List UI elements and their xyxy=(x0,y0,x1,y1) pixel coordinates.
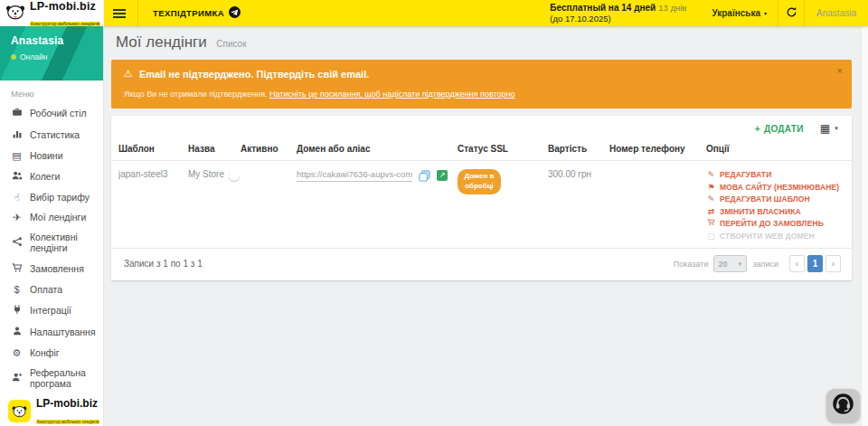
table-header-row: Шаблон Назва Активно Домен або аліас Ста… xyxy=(111,139,852,161)
option-change-owner[interactable]: ⇄ ЗМІНИТИ ВЛАСНИКА xyxy=(706,206,844,219)
column-header: Шаблон xyxy=(118,139,188,160)
person-plus-icon xyxy=(11,372,23,384)
sidebar-footer-logo[interactable]: LP-mobi.biz Конструктор мобільних лендін… xyxy=(0,395,103,426)
prev-page-button[interactable]: ‹ xyxy=(789,255,805,272)
support-link[interactable]: ТЕХПІДТРИМКА xyxy=(138,6,255,20)
option-edit-template[interactable]: ✎ РЕДАГУВАТИ ШАБЛОН xyxy=(706,194,844,206)
close-icon[interactable]: × xyxy=(837,66,843,76)
online-status-label: Онлайн xyxy=(20,52,47,62)
file-icon: ▢ xyxy=(706,231,716,243)
trial-title: Бесплатный на 14 дней xyxy=(550,3,656,13)
option-create-web-domain: ▢ СТВОРИТИ WEB ДОМЕН xyxy=(706,231,844,243)
landings-table-card: + ДОДАТИ ▦ ▼ Шаблон Назва Активно Домен … xyxy=(111,116,852,280)
sidebar-item-referral[interactable]: Реферальна програма xyxy=(0,363,103,393)
plus-icon: + xyxy=(755,124,760,134)
sidebar-item-colleagues[interactable]: Колеги xyxy=(0,166,103,187)
sidebar-item-desktop[interactable]: Робочий стіл xyxy=(0,102,103,124)
sidebar-item-settings[interactable]: Налаштування xyxy=(0,321,103,343)
option-go-to-orders[interactable]: ПЕРЕЙТИ ДО ЗАМОВЛЕНЬ xyxy=(706,218,844,231)
dollar-icon: $ xyxy=(11,285,23,295)
exchange-icon: ⇄ xyxy=(706,206,716,219)
sidebar-item-orders[interactable]: Замовлення xyxy=(0,258,103,279)
bar-chart-icon xyxy=(11,128,23,141)
hamburger-menu-icon[interactable] xyxy=(113,9,126,18)
records-units-label: записи xyxy=(752,260,778,269)
topbar-username[interactable]: Anastasia xyxy=(805,8,868,18)
sidebar-item-news[interactable]: ▤ Новини xyxy=(0,146,103,166)
table-footer: Записи з 1 по 1 з 1 Показати 20 ▼ записи… xyxy=(111,248,852,280)
footer-logo-subtitle: Конструктор мобільних лендінгів xyxy=(36,420,99,424)
sidebar-item-payment[interactable]: $ Оплата xyxy=(0,279,103,299)
footer-logo-title: LP-mobi.biz xyxy=(36,397,98,410)
copy-icon[interactable] xyxy=(419,170,430,184)
table-toolbar: + ДОДАТИ ▦ ▼ xyxy=(111,116,852,139)
top-bar: LP-mobi.biz Конструктор мобільних лендін… xyxy=(0,0,868,26)
cart-icon xyxy=(11,262,23,275)
refresh-button[interactable] xyxy=(778,0,804,26)
sidebar: Anastasia Онлайн Меню Робочий стіл Стати… xyxy=(0,26,104,426)
records-info: Записи з 1 по 1 з 1 xyxy=(124,259,203,269)
refresh-icon xyxy=(786,5,797,22)
page-header: Мої лендінги Список xyxy=(104,26,868,58)
share-icon xyxy=(11,236,23,249)
column-header: Домен або аліас xyxy=(297,139,458,160)
headset-icon xyxy=(831,392,855,420)
chevron-down-icon: ▼ xyxy=(737,261,742,267)
grid-icon: ▦ xyxy=(820,122,830,135)
edit-icon: ✎ xyxy=(706,169,716,182)
online-status-dot xyxy=(11,54,16,60)
desktop-icon xyxy=(11,107,23,119)
warning-icon: ⚠ xyxy=(124,68,133,80)
edit-icon: ✎ xyxy=(706,194,716,206)
alert-title: Email не підтверджено. Підтвердіть свій … xyxy=(139,69,369,80)
telegram-icon xyxy=(229,6,241,20)
page-1-button[interactable]: 1 xyxy=(807,255,823,272)
open-site-icon[interactable]: ↗ xyxy=(437,170,448,181)
news-icon: ▤ xyxy=(11,151,23,161)
price-cell: 300.00 грн xyxy=(548,169,609,242)
column-header: Статус SSL xyxy=(458,139,548,160)
chevron-down-icon: ▾ xyxy=(764,10,767,16)
chevron-down-icon: ▼ xyxy=(834,126,839,131)
options-cell: ✎ РЕДАГУВАТИ ⚑ МОВА САЙТУ (НЕЗМІНЮВАНЕ) … xyxy=(706,169,852,242)
option-edit[interactable]: ✎ РЕДАГУВАТИ xyxy=(706,169,844,182)
domain-input[interactable]: https://cakawi7636-aupvs-com-42 xyxy=(297,169,412,182)
page-subtitle: Список xyxy=(216,39,246,49)
plug-icon xyxy=(11,304,23,317)
table-row: japan-steel3 My Store https://cakawi7636… xyxy=(111,161,852,248)
sidebar-item-config[interactable]: ⚙ Конфіг xyxy=(0,343,103,363)
support-label: ТЕХПІДТРИМКА xyxy=(153,8,224,18)
column-header: Номер телефону xyxy=(609,139,706,160)
page-size-select[interactable]: 20 ▼ xyxy=(713,255,747,272)
show-label: Показати xyxy=(674,260,709,269)
add-button[interactable]: + ДОДАТИ xyxy=(755,124,804,134)
resend-confirmation-link[interactable]: Натисніть це посилання, щоб надіслати пі… xyxy=(269,90,514,99)
page-title: Мої лендінги xyxy=(116,33,207,51)
sidebar-item-tariff[interactable]: ☝ Вибір тарифу xyxy=(0,187,103,207)
app-logo[interactable]: LP-mobi.biz Конструктор мобільних лендін… xyxy=(0,0,104,26)
support-chat-widget[interactable] xyxy=(826,389,860,422)
menu-section-label: Меню xyxy=(0,80,103,102)
ssl-status-badge: Домен в обробці xyxy=(458,169,501,194)
scrollbar[interactable] xyxy=(861,26,868,426)
sidebar-item-collective-landings[interactable]: Колективні лендінги xyxy=(0,227,103,258)
phone-cell xyxy=(609,169,706,242)
people-icon xyxy=(11,170,23,183)
column-header: Активно xyxy=(241,139,297,160)
column-header: Вартість xyxy=(548,139,609,160)
column-header: Назва xyxy=(188,139,241,160)
sidebar-item-integrations[interactable]: Інтеграції xyxy=(0,299,103,321)
sidebar-item-statistics[interactable]: Статистика xyxy=(0,124,103,146)
column-visibility-button[interactable]: ▦ ▼ xyxy=(820,122,839,135)
trial-info: Бесплатный на 14 дней13 днів (до 17.10.2… xyxy=(550,2,686,25)
sidebar-item-my-landings[interactable]: ✈ Мої лендінги xyxy=(0,207,103,227)
sidebar-user-name: Anastasia xyxy=(11,34,92,47)
next-page-button[interactable]: › xyxy=(826,255,841,272)
alert-body-text: Якщо Ви не отримали підтвердження. xyxy=(124,90,269,99)
main-content: Мої лендінги Список ⚠ Email не підтвердж… xyxy=(104,26,868,426)
option-site-language[interactable]: ⚑ МОВА САЙТУ (НЕЗМІНЮВАНЕ) xyxy=(706,182,844,194)
language-dropdown[interactable]: Українська ▾ xyxy=(701,8,778,18)
template-cell: japan-steel3 xyxy=(118,169,188,242)
flag-icon: ⚑ xyxy=(706,182,716,194)
dog-logo-icon xyxy=(5,1,26,26)
